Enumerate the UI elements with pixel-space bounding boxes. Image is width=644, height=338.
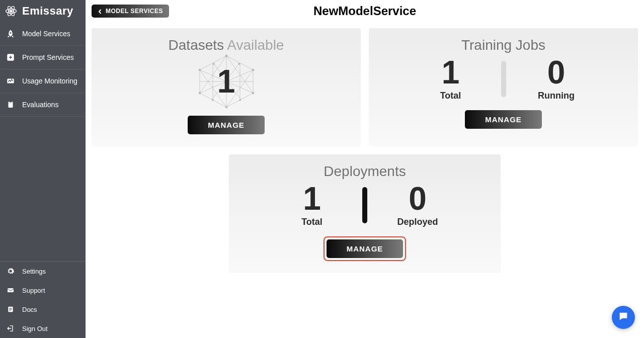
- clipboard-icon: [6, 100, 15, 109]
- svg-point-32: [212, 100, 213, 101]
- card-title-b: Available: [227, 37, 284, 53]
- manage-training-button[interactable]: MANAGE: [465, 110, 542, 129]
- chat-icon: [618, 311, 629, 324]
- sidebar-item-settings[interactable]: Settings: [0, 262, 86, 281]
- topbar: MODEL SERVICES NewModelService: [86, 0, 644, 22]
- deployments-stats: 1 Total 0 Deployed: [239, 183, 491, 227]
- sidebar-item-support[interactable]: Support: [0, 281, 86, 300]
- doc-icon: [6, 305, 15, 314]
- svg-point-23: [225, 55, 227, 57]
- training-total: 1 Total: [421, 56, 481, 101]
- training-running-value: 0: [547, 56, 566, 89]
- page-title: NewModelService: [313, 4, 416, 18]
- sidebar-item-label: Model Services: [22, 30, 70, 38]
- card-title: Training Jobs: [379, 37, 628, 53]
- svg-point-30: [213, 63, 214, 65]
- sidebar-item-label: Support: [22, 287, 45, 294]
- datasets-count: 1: [217, 65, 235, 98]
- card-title: Deployments: [239, 163, 491, 180]
- signout-icon: [6, 324, 15, 333]
- monitor-icon: [6, 76, 15, 86]
- sidebar-item-model-services[interactable]: Model Services: [0, 22, 86, 46]
- sidebar-item-prompt-services[interactable]: Prompt Services: [0, 46, 86, 69]
- main: MODEL SERVICES NewModelService Datasets …: [86, 0, 644, 338]
- svg-rect-6: [9, 102, 13, 108]
- chat-fab[interactable]: [612, 306, 635, 329]
- training-total-value: 1: [442, 56, 460, 89]
- sidebar: Emissary Model Services Prompt Services …: [0, 0, 86, 338]
- card-title-a: Datasets: [169, 37, 227, 53]
- brand-logo-icon: [4, 4, 18, 18]
- sidebar-primary: Model Services Prompt Services Usage Mon…: [0, 22, 86, 117]
- mail-icon: [6, 286, 15, 295]
- deployments-total-value: 1: [303, 183, 321, 215]
- deployments-deployed: 0 Deployed: [387, 183, 448, 227]
- svg-rect-7: [10, 101, 12, 103]
- card-datasets: Datasets Available 1: [92, 28, 361, 146]
- training-total-label: Total: [440, 91, 461, 101]
- sidebar-item-docs[interactable]: Docs: [0, 300, 86, 319]
- card-training-jobs: Training Jobs 1 Total 0 Running MANAGE: [369, 28, 638, 146]
- training-running: 0 Running: [526, 56, 587, 101]
- brand-row: Emissary: [0, 0, 86, 22]
- training-running-label: Running: [538, 91, 575, 101]
- deployments-deployed-value: 0: [409, 183, 427, 215]
- back-button[interactable]: MODEL SERVICES: [92, 5, 169, 18]
- svg-point-33: [239, 100, 240, 101]
- svg-point-28: [199, 69, 201, 71]
- manage-deployments-button[interactable]: MANAGE: [327, 239, 404, 258]
- divider-bar: [362, 187, 367, 223]
- manage-datasets-button[interactable]: MANAGE: [188, 116, 265, 134]
- sidebar-secondary: Settings Support Docs Sign Out: [0, 262, 86, 338]
- divider-bar: [501, 61, 506, 97]
- training-stats: 1 Total 0 Running: [379, 56, 628, 101]
- card-deployments: Deployments 1 Total 0 Deployed MANAGE: [229, 154, 501, 273]
- svg-point-31: [238, 63, 239, 65]
- sidebar-item-label: Prompt Services: [22, 53, 74, 61]
- sidebar-item-label: Sign Out: [22, 325, 48, 332]
- deployments-deployed-label: Deployed: [397, 217, 438, 227]
- svg-point-27: [199, 92, 201, 94]
- card-title: Datasets Available: [102, 37, 351, 53]
- sidebar-item-label: Usage Monitoring: [22, 77, 77, 85]
- sidebar-item-label: Settings: [22, 268, 46, 275]
- sidebar-item-label: Docs: [22, 306, 37, 313]
- gear-icon: [6, 267, 15, 276]
- plus-box-icon: [6, 53, 15, 62]
- deployments-total-label: Total: [301, 217, 323, 227]
- highlighted-action: MANAGE: [324, 236, 407, 261]
- sidebar-item-evaluations[interactable]: Evaluations: [0, 93, 86, 117]
- svg-point-24: [252, 69, 254, 71]
- svg-point-26: [225, 106, 227, 108]
- sidebar-item-sign-out[interactable]: Sign Out: [0, 319, 86, 338]
- content: Datasets Available 1: [86, 22, 644, 338]
- rocket-icon: [6, 29, 15, 38]
- sidebar-item-usage-monitoring[interactable]: Usage Monitoring: [0, 69, 86, 93]
- deployments-total: 1 Total: [282, 183, 342, 227]
- back-button-label: MODEL SERVICES: [106, 8, 163, 15]
- svg-rect-8: [8, 288, 14, 292]
- sidebar-item-label: Evaluations: [22, 101, 58, 109]
- svg-point-25: [252, 92, 254, 94]
- brand-name: Emissary: [22, 5, 73, 18]
- chevron-left-icon: [98, 9, 103, 14]
- dataset-visual: 1: [102, 56, 351, 107]
- svg-point-3: [10, 10, 12, 12]
